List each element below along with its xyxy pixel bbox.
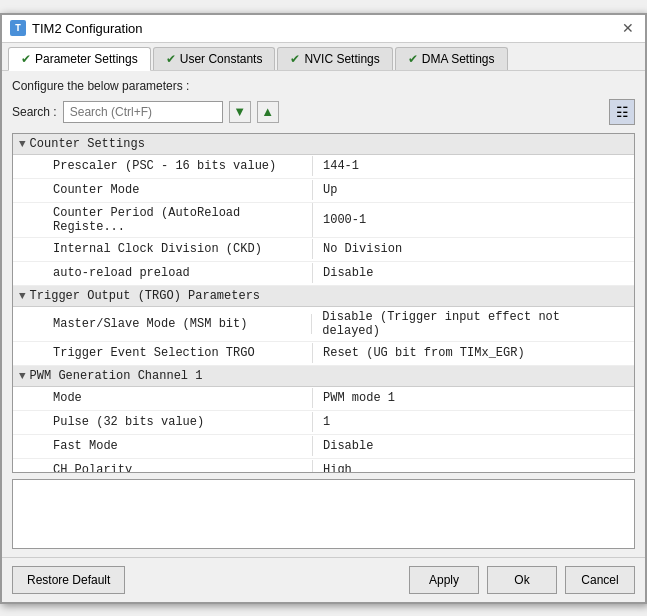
tab-check-icon: ✔ <box>408 52 418 66</box>
title-bar: T TIM2 Configuration ✕ <box>2 15 645 43</box>
title-bar-left: T TIM2 Configuration <box>10 20 143 36</box>
close-button[interactable]: ✕ <box>619 19 637 37</box>
window-title: TIM2 Configuration <box>32 21 143 36</box>
apply-button[interactable]: Apply <box>409 566 479 594</box>
search-label: Search : <box>12 105 57 119</box>
section-pwm-generation[interactable]: ▼ PWM Generation Channel 1 <box>13 366 634 387</box>
tab-dma-settings[interactable]: ✔ DMA Settings <box>395 47 508 70</box>
table-row[interactable]: Counter Mode Up <box>13 179 634 203</box>
table-row[interactable]: Counter Period (AutoReload Registe... 10… <box>13 203 634 238</box>
search-row: Search : ▼ ▲ ☷ <box>12 99 635 125</box>
search-input[interactable] <box>63 101 223 123</box>
tab-parameter-settings[interactable]: ✔ Parameter Settings <box>8 47 151 71</box>
tab-check-icon: ✔ <box>290 52 300 66</box>
table-row[interactable]: Mode PWM mode 1 <box>13 387 634 411</box>
tab-user-constants[interactable]: ✔ User Constants <box>153 47 276 70</box>
section-trigger-output[interactable]: ▼ Trigger Output (TRGO) Parameters <box>13 286 634 307</box>
table-row[interactable]: auto-reload preload Disable <box>13 262 634 286</box>
cancel-button[interactable]: Cancel <box>565 566 635 594</box>
description-area <box>12 479 635 549</box>
section-counter-settings[interactable]: ▼ Counter Settings <box>13 134 634 155</box>
nav-forward-button[interactable]: ▼ <box>229 101 251 123</box>
table-row[interactable]: CH Polarity High <box>13 459 634 473</box>
tab-nvic-settings[interactable]: ✔ NVIC Settings <box>277 47 392 70</box>
tab-check-icon: ✔ <box>21 52 31 66</box>
restore-default-button[interactable]: Restore Default <box>12 566 125 594</box>
table-row[interactable]: Pulse (32 bits value) 1 <box>13 411 634 435</box>
table-row[interactable]: Trigger Event Selection TRGO Reset (UG b… <box>13 342 634 366</box>
ok-button[interactable]: Ok <box>487 566 557 594</box>
grid-view-button[interactable]: ☷ <box>609 99 635 125</box>
main-content: Configure the below parameters : Search … <box>2 71 645 557</box>
table-row[interactable]: Internal Clock Division (CKD) No Divisio… <box>13 238 634 262</box>
table-row[interactable]: Fast Mode Disable <box>13 435 634 459</box>
nav-backward-button[interactable]: ▲ <box>257 101 279 123</box>
tab-check-icon: ✔ <box>166 52 176 66</box>
tab-bar: ✔ Parameter Settings ✔ User Constants ✔ … <box>2 43 645 71</box>
section-toggle-icon: ▼ <box>19 290 26 302</box>
footer-right-buttons: Apply Ok Cancel <box>409 566 635 594</box>
window-icon: T <box>10 20 26 36</box>
table-row[interactable]: Prescaler (PSC - 16 bits value) 144-1 <box>13 155 634 179</box>
configure-label: Configure the below parameters : <box>12 79 635 93</box>
section-toggle-icon: ▼ <box>19 370 26 382</box>
params-table: ▼ Counter Settings Prescaler (PSC - 16 b… <box>12 133 635 473</box>
main-window: T TIM2 Configuration ✕ ✔ Parameter Setti… <box>0 13 647 604</box>
footer: Restore Default Apply Ok Cancel <box>2 557 645 602</box>
section-toggle-icon: ▼ <box>19 138 26 150</box>
table-row[interactable]: Master/Slave Mode (MSM bit) Disable (Tri… <box>13 307 634 342</box>
